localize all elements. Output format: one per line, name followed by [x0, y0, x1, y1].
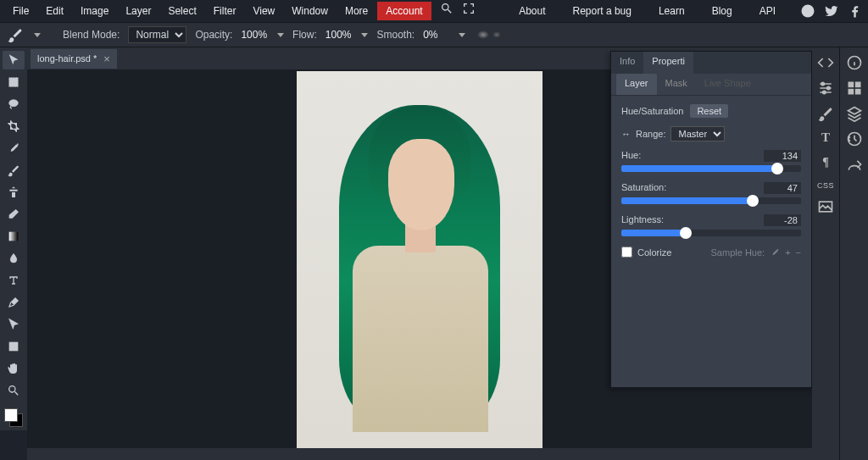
blend-mode-select[interactable]: Normal: [128, 26, 186, 43]
smooth-dropdown[interactable]: [459, 33, 465, 37]
fullscreen-icon[interactable]: [462, 2, 476, 20]
layers-panel-icon[interactable]: [846, 105, 863, 122]
path-select-tool[interactable]: [3, 315, 25, 334]
twitter-icon[interactable]: [824, 3, 839, 19]
tool-options-bar: Blend Mode: Normal Opacity: 100% Flow: 1…: [0, 22, 868, 47]
range-label: Range:: [636, 129, 665, 139]
lasso-tool[interactable]: [3, 95, 25, 114]
tab-info[interactable]: Info: [611, 52, 643, 74]
color-swatch[interactable]: [4, 408, 23, 427]
lightness-slider[interactable]: [621, 230, 801, 236]
gradient-tool[interactable]: [3, 227, 25, 246]
reddit-icon[interactable]: [800, 3, 815, 19]
menu-image[interactable]: Image: [73, 2, 116, 20]
adjustments-icon[interactable]: [817, 80, 834, 97]
shape-tool[interactable]: [3, 337, 25, 356]
hand-tool[interactable]: [3, 359, 25, 378]
flow-label: Flow:: [292, 29, 317, 41]
brush-tip-preview[interactable]: [477, 30, 501, 39]
subtab-mask[interactable]: Mask: [657, 74, 696, 95]
subtab-layer[interactable]: Layer: [616, 74, 657, 95]
colorize-checkbox[interactable]: [621, 247, 632, 258]
actions-panel-icon[interactable]: [846, 156, 863, 173]
menu-filter[interactable]: Filter: [206, 2, 244, 20]
menu-select[interactable]: Select: [160, 2, 203, 20]
saturation-slider-thumb[interactable]: [747, 195, 759, 207]
add-sample-icon[interactable]: +: [785, 247, 790, 258]
toolbox: [0, 47, 27, 430]
eraser-tool[interactable]: [3, 205, 25, 224]
move-tool[interactable]: [3, 51, 25, 69]
menu-layer[interactable]: Layer: [118, 2, 159, 20]
hue-slider[interactable]: [621, 165, 801, 172]
menu-more[interactable]: More: [337, 2, 376, 20]
facebook-icon[interactable]: [848, 3, 863, 19]
image-panel-icon[interactable]: [817, 198, 834, 215]
blur-tool[interactable]: [3, 249, 25, 268]
document-canvas[interactable]: [297, 71, 542, 448]
expand-range-icon[interactable]: ↔: [621, 129, 631, 139]
saturation-slider[interactable]: [621, 197, 801, 204]
css-panel-icon[interactable]: CSS: [817, 181, 834, 190]
tab-properties[interactable]: Properti: [643, 52, 693, 74]
saturation-value[interactable]: 47: [764, 182, 801, 194]
lightness-slider-thumb[interactable]: [680, 227, 692, 239]
lightness-label: Lightness:: [621, 214, 664, 226]
smooth-value[interactable]: 0%: [423, 29, 437, 41]
menu-about[interactable]: About: [511, 2, 553, 20]
clone-stamp-tool[interactable]: [3, 183, 25, 202]
saturation-label: Saturation:: [621, 182, 666, 194]
adjustment-name: Hue/Saturation: [621, 106, 683, 116]
hue-slider-thumb[interactable]: [771, 163, 783, 175]
pen-tool[interactable]: [3, 293, 25, 312]
lightness-value[interactable]: -28: [764, 214, 801, 226]
document-tab-title: long-hair.psd *: [37, 53, 97, 64]
svg-point-2: [9, 100, 19, 107]
menu-blog[interactable]: Blog: [704, 2, 740, 20]
swatches-panel-icon[interactable]: [846, 80, 863, 97]
code-icon[interactable]: [817, 54, 834, 71]
horizontal-scrollbar[interactable]: [27, 448, 812, 460]
svg-rect-1: [9, 78, 19, 87]
svg-point-5: [827, 86, 830, 89]
smooth-label: Smooth:: [376, 29, 415, 41]
colorize-label: Colorize: [637, 247, 671, 258]
menu-file[interactable]: File: [5, 2, 36, 20]
menu-window[interactable]: Window: [284, 2, 336, 20]
menu-api[interactable]: API: [752, 2, 783, 20]
brush-panel-icon[interactable]: [817, 105, 834, 122]
flow-dropdown[interactable]: [361, 33, 368, 37]
menu-edit[interactable]: Edit: [38, 2, 71, 20]
range-select[interactable]: Master: [670, 126, 725, 141]
svg-rect-11: [848, 89, 854, 95]
menu-view[interactable]: View: [245, 2, 282, 20]
info-panel-icon[interactable]: [846, 54, 863, 71]
brush-preset-dropdown[interactable]: [34, 33, 41, 37]
flow-value[interactable]: 100%: [326, 29, 352, 41]
character-panel-icon[interactable]: T: [817, 130, 834, 147]
brush-tool[interactable]: [3, 161, 25, 180]
menu-learn[interactable]: Learn: [651, 2, 693, 20]
zoom-tool[interactable]: [3, 381, 25, 400]
svg-point-0: [802, 5, 815, 18]
brush-tool-indicator-icon[interactable]: [7, 26, 24, 43]
menu-account[interactable]: Account: [377, 2, 431, 20]
paragraph-panel-icon[interactable]: ¶: [817, 156, 834, 173]
close-tab-icon[interactable]: ×: [103, 53, 110, 65]
crop-tool[interactable]: [3, 117, 25, 136]
eyedropper-sample-icon[interactable]: [770, 247, 780, 258]
marquee-tool[interactable]: [3, 73, 25, 91]
document-tab[interactable]: long-hair.psd * ×: [31, 49, 117, 69]
opacity-value[interactable]: 100%: [241, 29, 267, 41]
search-icon[interactable]: [440, 2, 453, 20]
blend-mode-label: Blend Mode:: [63, 29, 120, 41]
type-tool[interactable]: [3, 271, 25, 290]
menu-report-bug[interactable]: Report a bug: [565, 2, 639, 20]
eyedropper-tool[interactable]: [3, 139, 25, 158]
hue-value[interactable]: 134: [764, 150, 801, 162]
history-panel-icon[interactable]: [846, 130, 863, 147]
remove-sample-icon[interactable]: −: [796, 247, 801, 258]
reset-button[interactable]: Reset: [690, 104, 728, 118]
svg-point-4: [821, 82, 824, 85]
opacity-dropdown[interactable]: [277, 33, 284, 37]
